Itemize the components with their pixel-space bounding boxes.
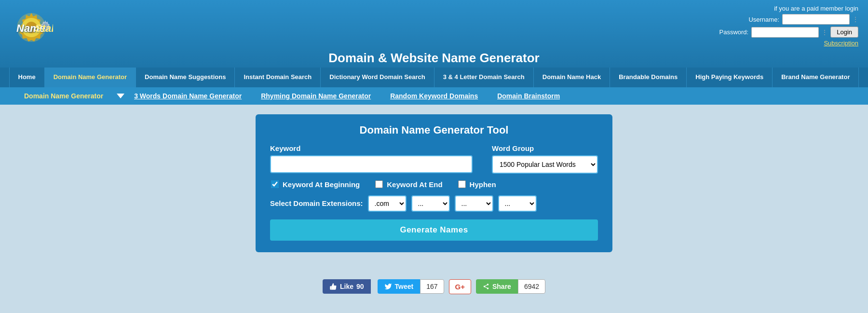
tool-box: Domain Name Generator Tool Keyword Word … xyxy=(256,114,612,252)
subscription-link[interactable]: Subscription xyxy=(824,40,858,47)
checkbox-beginning[interactable] xyxy=(271,180,279,188)
sub-nav-random[interactable]: Random Keyword Domains xyxy=(380,87,488,105)
login-button[interactable]: Login xyxy=(830,27,858,38)
ext-select-1[interactable]: .com.net.org.info.biz xyxy=(368,195,407,212)
checkbox-hyphen[interactable] xyxy=(458,180,466,188)
extensions-row: Select Domain Extensions: .com.net.org.i… xyxy=(270,195,598,212)
like-count: 90 xyxy=(356,283,364,290)
gplus-button[interactable]: G+ xyxy=(449,279,471,294)
social-bar: Like 90 Tweet 167 G+ Share 6942 xyxy=(0,269,868,304)
share-button[interactable]: Share xyxy=(476,279,518,294)
svg-point-8 xyxy=(487,288,489,290)
checkbox-row: Keyword At Beginning Keyword At End Hyph… xyxy=(270,180,598,189)
nav-instant-search[interactable]: Instant Domain Search xyxy=(235,68,321,87)
word-group-select[interactable]: 1500 Popular Last Words 1500 Popular Fir… xyxy=(492,155,598,174)
nav-brand-gen[interactable]: Brand Name Generator xyxy=(773,68,859,87)
sub-nav: Domain Name Generator 3 Words Domain Nam… xyxy=(0,87,868,105)
tweet-count: 167 xyxy=(420,279,444,294)
nav-brandable[interactable]: Brandable Domains xyxy=(610,68,687,87)
nav-high-paying[interactable]: High Paying Keywords xyxy=(687,68,773,87)
username-options-icon[interactable]: ⋮ xyxy=(853,16,858,23)
keyword-label: Keyword xyxy=(270,144,480,152)
nav-dictionary-word[interactable]: Dictionary Word Domain Search xyxy=(321,68,434,87)
page-title: Domain & Website Name Generator xyxy=(0,47,868,68)
sub-nav-rhyming[interactable]: Rhyming Domain Name Generator xyxy=(251,87,380,105)
tweet-button[interactable]: Tweet xyxy=(378,279,420,294)
checkbox-hyphen-label: Hyphen xyxy=(470,180,496,189)
password-options-icon[interactable]: ⋮ xyxy=(822,29,827,36)
tweet-label: Tweet xyxy=(395,283,414,290)
sub-nav-3words[interactable]: 3 Words Domain Name Generator xyxy=(124,87,251,105)
nav-3-4-letter[interactable]: 3 & 4 Letter Domain Search xyxy=(434,68,534,87)
extensions-label: Select Domain Extensions: xyxy=(270,199,363,207)
twitter-icon xyxy=(384,283,392,290)
username-label: Username: xyxy=(748,16,779,23)
svg-text:Stall: Stall xyxy=(35,22,53,34)
content-area: Domain Name Generator Tool Keyword Word … xyxy=(0,105,868,269)
nav-domain-suggestions[interactable]: Domain Name Suggestions xyxy=(136,68,235,87)
svg-line-10 xyxy=(485,285,487,286)
like-button[interactable]: Like 90 xyxy=(323,279,371,294)
checkbox-end[interactable] xyxy=(375,180,383,188)
nav-home[interactable]: Home xyxy=(9,68,45,87)
svg-point-6 xyxy=(487,284,489,286)
sub-nav-domain-gen[interactable]: Domain Name Generator xyxy=(14,87,113,105)
word-group-label: Word Group xyxy=(492,144,598,152)
keyword-input[interactable] xyxy=(270,155,473,173)
ext-select-3[interactable]: ....com.net.org xyxy=(455,195,493,212)
tool-title: Domain Name Generator Tool xyxy=(270,124,598,136)
main-nav: Home Domain Name Generator Domain Name S… xyxy=(0,68,868,87)
ext-select-4[interactable]: ....com.net.org xyxy=(498,195,537,212)
thumbsup-icon xyxy=(329,283,337,290)
login-notice: if you are a paid member login xyxy=(719,5,858,12)
share-label: Share xyxy=(492,283,511,290)
svg-point-7 xyxy=(484,286,486,288)
share-icon xyxy=(483,283,489,290)
nav-domain-hack[interactable]: Domain Name Hack xyxy=(534,68,610,87)
checkbox-beginning-label: Keyword At Beginning xyxy=(283,180,360,189)
checkbox-end-label: Keyword At End xyxy=(387,180,442,189)
like-label: Like xyxy=(340,283,353,290)
password-input[interactable] xyxy=(751,27,819,38)
share-count: 6942 xyxy=(518,279,545,294)
sub-nav-arrow xyxy=(117,94,124,98)
password-label: Password: xyxy=(719,28,748,36)
generate-button[interactable]: Generate Names xyxy=(270,219,598,241)
svg-line-9 xyxy=(485,287,487,288)
ext-select-2[interactable]: ....com.net.org xyxy=(411,195,450,212)
username-input[interactable] xyxy=(782,14,850,25)
nav-domain-gen[interactable]: Domain Name Generator xyxy=(45,68,136,87)
sub-nav-brainstorm[interactable]: Domain Brainstorm xyxy=(488,87,570,105)
